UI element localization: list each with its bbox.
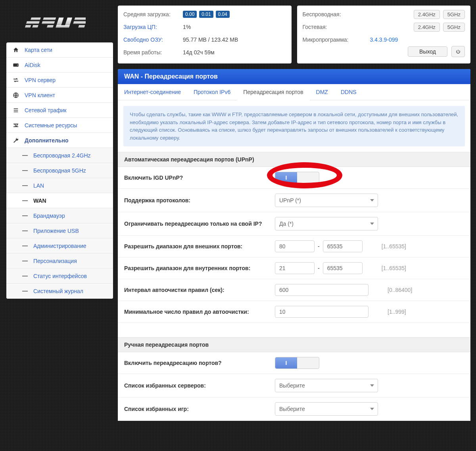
svg-rect-6	[47, 25, 54, 27]
nav-network-map[interactable]: Карта сети	[6, 42, 113, 58]
sliders-icon	[12, 123, 20, 128]
section-upnp: Автоматическая переадресация портов (UPn…	[118, 152, 470, 167]
ext-hint: [1..65535]	[382, 243, 406, 249]
nav-label: WAN	[33, 198, 46, 204]
firmware-label: Микропрограмма:	[303, 36, 370, 43]
load-avg-label: Средняя загрузка:	[123, 11, 183, 17]
svg-rect-3	[32, 25, 38, 27]
nav-sub-wan[interactable]: WAN	[6, 193, 113, 208]
toggle-on: I	[275, 172, 297, 183]
ext-from-input[interactable]	[275, 240, 315, 252]
nav-label: LAN	[33, 182, 44, 189]
load-pill: 0.00	[183, 11, 197, 18]
svg-rect-12	[73, 21, 86, 24]
dash-icon	[22, 230, 28, 231]
tab-bar: Интернет-соединение Протокол IPv6 Переад…	[118, 84, 470, 100]
guest-24-button[interactable]: 2.4GHz	[414, 23, 440, 32]
restrict-select[interactable]: Да (*)	[275, 217, 378, 230]
row-protocol: Поддержка протоколов: UPnP (*)	[118, 189, 470, 212]
list-icon	[12, 107, 20, 113]
load-pill: 0.01	[199, 11, 213, 18]
tab-dmz[interactable]: DMZ	[310, 84, 334, 100]
dash-icon	[22, 261, 28, 261]
row-int-range: Разрешить диапазон для внутренних портов…	[118, 257, 470, 279]
row-clean-min: Минимальное число правил до автоочистки:…	[118, 301, 470, 323]
nav-sub-personal[interactable]: Персонализация	[6, 253, 113, 269]
row-clean-interval: Интервал автоочистки правил (сек): [0..8…	[118, 279, 470, 301]
upnp-enable-label: Включить IGD UPnP?	[124, 175, 275, 181]
int-to-input[interactable]	[323, 262, 363, 274]
svg-point-15	[17, 65, 18, 65]
wireless-5-button[interactable]: 5GHz	[443, 10, 465, 19]
cpu-label[interactable]: Загрузка ЦП:	[123, 24, 183, 30]
nav-label: AiDisk	[25, 62, 40, 68]
row-fav-servers: Список избранных серверов: Выберите	[118, 374, 470, 397]
nav-sub-usb[interactable]: Приложение USB	[6, 223, 113, 238]
upnp-enable-toggle[interactable]: I	[275, 172, 319, 184]
power-icon	[456, 49, 461, 54]
ram-value: 95.77 MB / 123.42 MB	[183, 36, 238, 43]
dash-icon	[22, 200, 28, 201]
logout-button[interactable]: Выход	[408, 46, 447, 57]
nav-traffic[interactable]: Сетевой трафик	[6, 103, 113, 118]
nav-label: Приложение USB	[33, 228, 79, 234]
nav-label: Карта сети	[25, 47, 52, 53]
firmware-value[interactable]: 3.4.3.9-099	[370, 36, 398, 43]
int-from-input[interactable]	[275, 262, 315, 274]
nav-vpn-client[interactable]: VPN клиент	[6, 88, 113, 103]
toggle-off	[297, 357, 319, 368]
status-panel-right: Беспроводная: 2.4GHz 5GHz Гостевая: 2.4G…	[297, 6, 471, 63]
home-icon	[12, 47, 20, 53]
manual-enable-toggle[interactable]: I	[275, 357, 319, 369]
tab-ipv6[interactable]: Протокол IPv6	[187, 84, 237, 100]
nav-sub-ifstatus[interactable]: Статус интерфейсов	[6, 269, 113, 284]
nav-sub-wifi5[interactable]: Беспроводная 5GHz	[6, 163, 113, 178]
protocol-select[interactable]: UPnP (*)	[275, 194, 378, 207]
manual-enable-label: Включить переадресацию портов?	[124, 360, 275, 366]
asus-logo-icon	[22, 14, 86, 33]
svg-rect-2	[25, 25, 31, 27]
nav-sub-wifi24[interactable]: Беспроводная 2.4GHz	[6, 148, 113, 163]
sidebar: Карта сети AiDisk VPN сервер VPN клиент	[6, 42, 113, 299]
dash-icon	[22, 246, 28, 246]
uptime-value: 14д 02ч 59м	[183, 49, 215, 56]
svg-rect-10	[56, 25, 70, 27]
clean-min-input[interactable]	[275, 306, 369, 318]
guest-label: Гостевая:	[303, 24, 370, 30]
nav-aidisk[interactable]: AiDisk	[6, 58, 113, 73]
tab-portfwd[interactable]: Переадресация портов	[237, 84, 309, 100]
svg-rect-5	[42, 21, 55, 24]
power-button[interactable]	[451, 46, 465, 57]
range-dash: -	[318, 265, 320, 271]
ram-label[interactable]: Свободно ОЗУ:	[123, 36, 183, 43]
main-card: WAN - Переадресация портов Интернет-соед…	[118, 69, 470, 421]
section-manual: Ручная переадресация портов	[118, 337, 470, 352]
nav-label: VPN сервер	[25, 77, 56, 83]
clean-interval-input[interactable]	[275, 284, 369, 296]
guest-5-button[interactable]: 5GHz	[443, 23, 465, 32]
fav-servers-select[interactable]: Выберите	[275, 379, 378, 392]
nav-sub-syslog[interactable]: Системный журнал	[6, 284, 113, 299]
tab-internet[interactable]: Интернет-соединение	[118, 84, 187, 100]
svg-rect-11	[74, 17, 86, 20]
wireless-label: Беспроводная:	[303, 11, 370, 17]
nav-vpn-server[interactable]: VPN сервер	[6, 73, 113, 88]
dash-icon	[22, 215, 28, 216]
nav-label: Системный журнал	[33, 288, 83, 294]
tab-ddns[interactable]: DDNS	[334, 84, 363, 100]
nav-label: VPN клиент	[25, 92, 55, 98]
ext-to-input[interactable]	[323, 240, 363, 252]
nav-sysres[interactable]: Системные ресурсы	[6, 118, 113, 133]
clean-interval-hint: [0..86400]	[388, 287, 412, 293]
nav-sub-lan[interactable]: LAN	[6, 178, 113, 193]
fav-games-select[interactable]: Выберите	[275, 402, 378, 416]
nav-advanced[interactable]: Дополнительно	[6, 133, 113, 148]
dash-icon	[22, 170, 28, 171]
brand-logo	[6, 6, 113, 42]
svg-rect-13	[78, 25, 85, 27]
clean-min-label: Минимальное число правил до автоочистки:	[124, 309, 275, 315]
wireless-24-button[interactable]: 2.4GHz	[414, 10, 440, 19]
nav-sub-admin[interactable]: Администрирование	[6, 238, 113, 253]
nav-label: Беспроводная 5GHz	[33, 167, 86, 174]
nav-sub-firewall[interactable]: Брандмауэр	[6, 208, 113, 223]
